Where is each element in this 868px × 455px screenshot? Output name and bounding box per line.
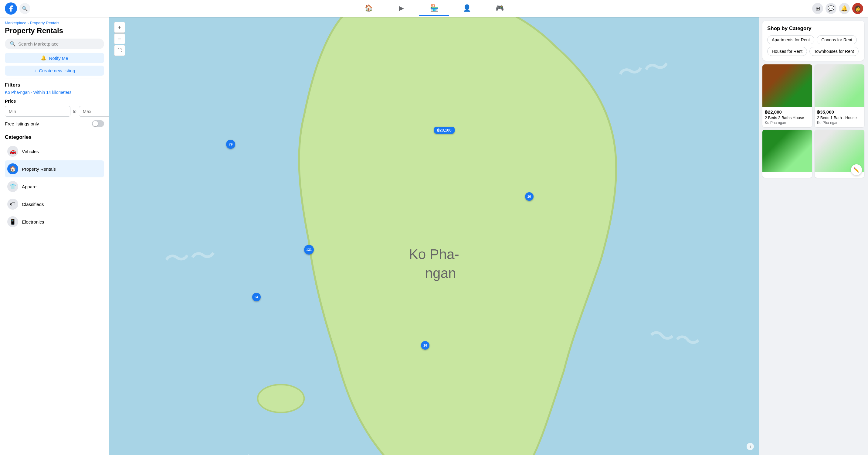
grid-icon[interactable]: ⊞ — [812, 3, 823, 14]
price-label: Price — [5, 98, 104, 104]
top-navigation: 🔍 🏠 ▶ 🏪 👤 🎮 ⊞ 💬 🔔 👩 — [0, 0, 868, 17]
price-min-input[interactable] — [5, 106, 70, 117]
main-layout: Marketplace › Property Rentals Property … — [0, 17, 868, 455]
svg-text:〜〜: 〜〜 — [163, 240, 218, 274]
map-marker-131[interactable]: 131 — [304, 245, 314, 255]
nav-left: 🔍 — [5, 2, 219, 15]
map-info-button[interactable]: i — [747, 443, 754, 450]
classifieds-label: Classifieds — [22, 202, 44, 207]
listings-wrapper: ฿22,000 2 Beds 2 Baths House Ko Pha-ngan… — [763, 64, 864, 178]
listing-desc-1: 2 Beds 2 Baths House — [765, 115, 810, 120]
free-listings-label: Free listings only — [5, 121, 39, 126]
listing-card-3[interactable] — [763, 130, 812, 178]
notify-label: Notify Me — [49, 56, 68, 61]
category-tags: Apartments for Rent Condos for Rent Hous… — [767, 35, 860, 56]
filters-title: Filters — [5, 82, 104, 88]
svg-text:ngan: ngan — [425, 265, 456, 281]
map-zoom-out-button[interactable]: − — [114, 33, 125, 44]
sidebar-item-classifieds[interactable]: 🏷 Classifieds — [5, 196, 104, 212]
svg-text:Ko Pha-: Ko Pha- — [409, 246, 459, 262]
nav-marketplace-button[interactable]: 🏪 — [419, 1, 449, 16]
price-range-row: to — [5, 106, 104, 117]
listing-price-2: ฿35,000 — [817, 109, 862, 115]
property-rentals-label: Property Rentals — [22, 166, 56, 172]
nav-right: ⊞ 💬 🔔 👩 — [649, 3, 863, 14]
search-box: 🔍 — [5, 38, 104, 49]
left-sidebar: Marketplace › Property Rentals Property … — [0, 17, 109, 455]
search-button[interactable]: 🔍 — [20, 3, 30, 14]
map-marker-price[interactable]: ฿23,100 — [434, 127, 455, 134]
sidebar-item-apparel[interactable]: 👕 Apparel — [5, 178, 104, 195]
map-marker-10[interactable]: 10 — [525, 192, 533, 201]
shop-by-category-card: Shop by Category Apartments for Rent Con… — [763, 21, 864, 61]
filter-location[interactable]: Ko Pha-ngan · Within 14 kilometers — [5, 90, 104, 95]
search-input[interactable] — [18, 41, 99, 47]
map-fullscreen-button[interactable]: ⛶ — [114, 45, 125, 56]
price-to-label: to — [73, 109, 76, 114]
listings-grid: ฿22,000 2 Beds 2 Baths House Ko Pha-ngan… — [763, 64, 864, 178]
notifications-icon[interactable]: 🔔 — [839, 3, 850, 14]
listing-price-1: ฿22,000 — [765, 109, 810, 115]
listing-info-2: ฿35,000 2 Beds 1 Bath - House Ko Pha-nga… — [814, 107, 864, 127]
breadcrumb: Marketplace › Property Rentals — [5, 21, 104, 25]
listing-location-2: Ko Pha-ngan — [817, 121, 862, 125]
breadcrumb-marketplace[interactable]: Marketplace — [5, 21, 26, 25]
toggle-knob — [93, 121, 98, 126]
create-label: Create new listing — [39, 68, 75, 73]
page-title: Property Rentals — [5, 26, 104, 35]
sidebar-item-vehicles[interactable]: 🚗 Vehicles — [5, 143, 104, 160]
categories-section: Categories 🚗 Vehicles 🏠 Property Rentals… — [5, 134, 104, 230]
shop-title: Shop by Category — [767, 26, 860, 32]
free-listings-row: Free listings only — [5, 120, 104, 127]
edit-button[interactable]: ✏️ — [851, 164, 862, 175]
bell-icon: 🔔 — [41, 55, 46, 61]
listing-desc-2: 2 Beds 1 Bath - House — [817, 115, 862, 120]
listing-location-1: Ko Pha-ngan — [765, 121, 810, 125]
apparel-label: Apparel — [22, 184, 38, 189]
right-panel: Shop by Category Apartments for Rent Con… — [759, 17, 868, 455]
listing-card-1[interactable]: ฿22,000 2 Beds 2 Baths House Ko Pha-ngan — [763, 64, 812, 127]
electronics-label: Electronics — [22, 219, 44, 224]
tag-houses[interactable]: Houses for Rent — [767, 47, 807, 56]
listing-image-2 — [814, 64, 864, 107]
listing-card-2[interactable]: ฿35,000 2 Beds 1 Bath - House Ko Pha-nga… — [814, 64, 864, 127]
create-listing-button[interactable]: + Create new listing — [5, 66, 104, 76]
notify-me-button[interactable]: 🔔 Notify Me — [5, 53, 104, 63]
search-icon: 🔍 — [10, 41, 16, 47]
listing-image-3 — [763, 130, 812, 172]
nav-people-button[interactable]: 👤 — [452, 1, 482, 16]
listing-info-1: ฿22,000 2 Beds 2 Baths House Ko Pha-ngan — [763, 107, 812, 127]
vehicles-label: Vehicles — [22, 149, 39, 154]
nav-center: 🏠 ▶ 🏪 👤 🎮 — [219, 1, 649, 16]
tag-condos[interactable]: Condos for Rent — [817, 35, 857, 44]
messenger-icon[interactable]: 💬 — [826, 3, 836, 14]
user-avatar[interactable]: 👩 — [852, 3, 863, 14]
categories-title: Categories — [5, 134, 104, 140]
svg-point-8 — [258, 385, 304, 413]
map-area: + − ⛶ 〜〜 〜〜 〜〜 〜〜 〜〜 Ko Pha- ngan 79 ฿23… — [109, 17, 759, 455]
nav-video-button[interactable]: ▶ — [386, 1, 416, 16]
property-rentals-icon: 🏠 — [7, 163, 18, 174]
listing-info-3 — [763, 172, 812, 178]
tag-apartments[interactable]: Apartments for Rent — [767, 35, 814, 44]
facebook-logo[interactable] — [5, 2, 17, 15]
vehicles-icon: 🚗 — [7, 146, 18, 157]
map-controls: + − ⛶ — [114, 22, 125, 56]
sidebar-item-property-rentals[interactable]: 🏠 Property Rentals — [5, 160, 104, 177]
plus-icon: + — [34, 68, 37, 73]
map-svg: 〜〜 〜〜 〜〜 〜〜 〜〜 Ko Pha- ngan — [109, 17, 759, 455]
price-max-input[interactable] — [79, 106, 109, 117]
filters-section: Filters Ko Pha-ngan · Within 14 kilomete… — [5, 78, 104, 134]
map-zoom-in-button[interactable]: + — [114, 22, 125, 33]
classifieds-icon: 🏷 — [7, 199, 18, 209]
nav-gaming-button[interactable]: 🎮 — [485, 1, 515, 16]
listing-image-1 — [763, 64, 812, 107]
sidebar-item-electronics[interactable]: 📱 Electronics — [5, 213, 104, 230]
nav-home-button[interactable]: 🏠 — [353, 1, 383, 16]
electronics-icon: 📱 — [7, 216, 18, 227]
map-marker-79[interactable]: 79 — [226, 140, 235, 149]
free-listings-toggle[interactable] — [92, 120, 104, 127]
tag-townhouses[interactable]: Townhouses for Rent — [809, 47, 859, 56]
breadcrumb-current: Property Rentals — [30, 21, 59, 25]
apparel-icon: 👕 — [7, 181, 18, 192]
